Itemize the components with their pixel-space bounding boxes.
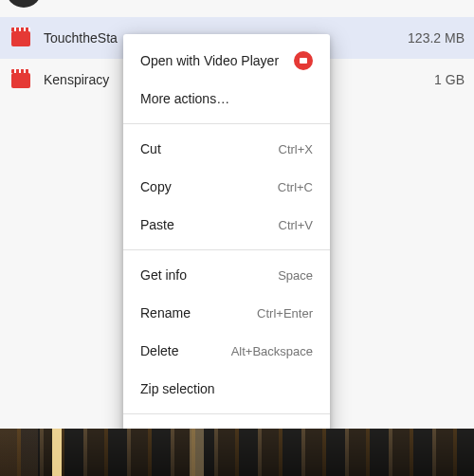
menu-item-accel: Ctrl+C xyxy=(278,180,313,194)
menu-item-label: Rename xyxy=(140,305,257,320)
shelf xyxy=(0,429,474,476)
menu-item-accel: Ctrl+V xyxy=(279,218,313,232)
video-file-icon xyxy=(11,31,30,46)
menu-item-paste[interactable]: Paste Ctrl+V xyxy=(123,206,330,244)
menu-item-label: Zip selection xyxy=(140,381,313,396)
menu-item-more-actions[interactable]: More actions… xyxy=(123,80,330,118)
menu-item-label: Paste xyxy=(140,217,279,232)
file-size: 123.2 MB xyxy=(408,30,465,46)
menu-item-label: Get info xyxy=(140,267,278,283)
menu-separator xyxy=(123,413,330,414)
menu-item-cut[interactable]: Cut Ctrl+X xyxy=(123,130,330,168)
menu-item-accel: Ctrl+X xyxy=(279,142,313,156)
context-menu: Open with Video Player More actions… Cut… xyxy=(123,34,330,466)
menu-separator xyxy=(123,123,330,124)
menu-item-zip[interactable]: Zip selection xyxy=(123,370,330,408)
menu-item-get-info[interactable]: Get info Space xyxy=(123,256,330,294)
svg-rect-0 xyxy=(300,58,307,64)
menu-item-copy[interactable]: Copy Ctrl+C xyxy=(123,168,330,206)
menu-item-label: Cut xyxy=(140,141,279,156)
menu-item-accel: Ctrl+Enter xyxy=(257,306,313,320)
menu-separator xyxy=(123,249,330,250)
menu-item-label: More actions… xyxy=(140,91,313,106)
menu-item-label: Open with Video Player xyxy=(140,53,286,68)
menu-item-label: Copy xyxy=(140,179,278,194)
menu-item-rename[interactable]: Rename Ctrl+Enter xyxy=(123,294,330,332)
menu-item-open-with[interactable]: Open with Video Player xyxy=(123,42,330,80)
avatar xyxy=(6,0,42,8)
menu-item-accel: Space xyxy=(278,268,313,283)
file-size: 1 GB xyxy=(434,72,465,87)
menu-item-accel: Alt+Backspace xyxy=(231,344,313,358)
video-player-icon xyxy=(294,51,313,70)
menu-item-delete[interactable]: Delete Alt+Backspace xyxy=(123,332,330,370)
menu-item-label: Delete xyxy=(140,343,231,358)
video-file-icon xyxy=(11,73,30,88)
